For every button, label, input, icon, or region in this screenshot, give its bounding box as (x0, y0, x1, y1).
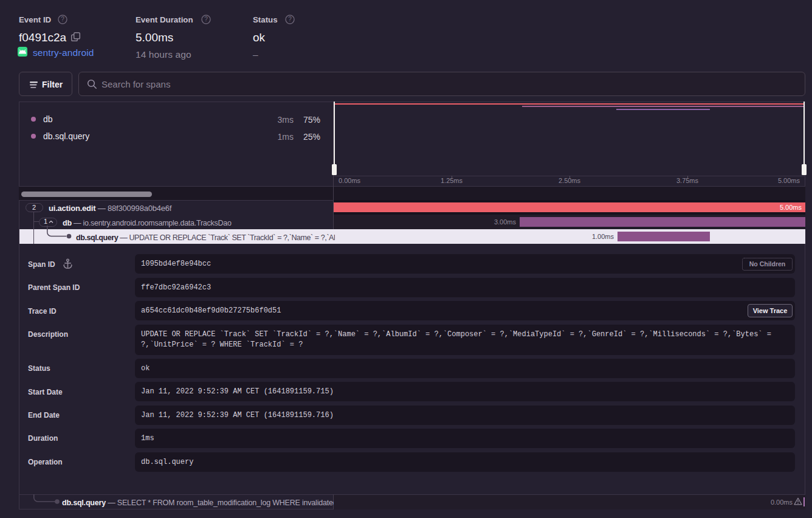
svg-text:?: ? (204, 16, 208, 22)
svg-text:?: ? (288, 16, 292, 22)
svg-text:?: ? (61, 16, 64, 22)
